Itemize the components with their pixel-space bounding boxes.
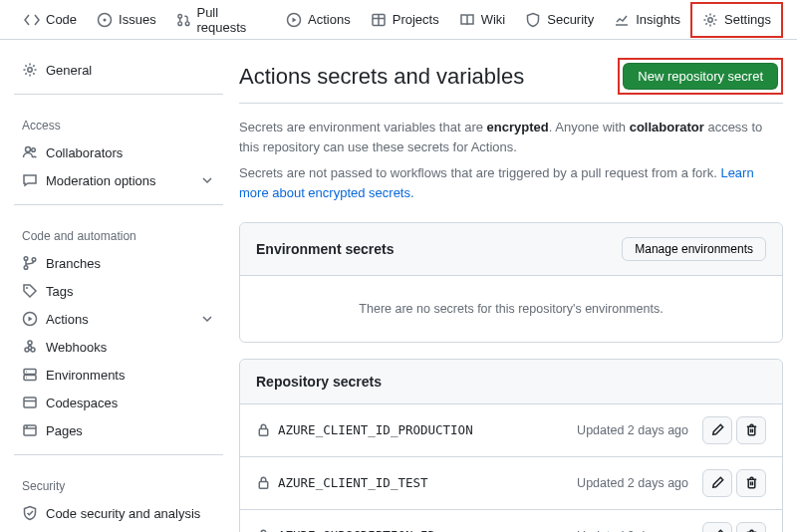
intro-text: Secrets are environment variables that a… bbox=[239, 118, 783, 204]
sidebar-item-branches[interactable]: Branches bbox=[14, 249, 223, 277]
chevron-down-icon bbox=[199, 311, 215, 327]
play-circle-icon bbox=[286, 12, 302, 28]
delete-secret-button[interactable] bbox=[736, 469, 766, 497]
trash-icon bbox=[744, 475, 759, 490]
sidebar-item-codespaces[interactable]: Codespaces bbox=[14, 389, 223, 416]
delete-secret-button[interactable] bbox=[736, 522, 766, 532]
gear-icon bbox=[702, 12, 718, 28]
sidebar-item-webhooks[interactable]: Webhooks bbox=[14, 333, 223, 361]
sidebar-item-general[interactable]: General bbox=[14, 56, 223, 84]
git-pr-icon bbox=[176, 12, 191, 28]
pencil-icon bbox=[710, 475, 725, 490]
secret-updated: Updated 2 days ago bbox=[577, 476, 688, 490]
pencil-icon bbox=[710, 422, 725, 437]
topnav-pull-requests[interactable]: Pull requests bbox=[166, 0, 276, 43]
edit-secret-button[interactable] bbox=[702, 469, 732, 497]
secret-updated: Updated 2 days ago bbox=[577, 423, 688, 437]
lock-icon bbox=[256, 422, 271, 437]
topnav-code[interactable]: Code bbox=[14, 4, 87, 36]
topnav-security[interactable]: Security bbox=[515, 4, 604, 36]
topnav-actions[interactable]: Actions bbox=[276, 4, 361, 36]
topnav-settings[interactable]: Settings bbox=[690, 2, 783, 38]
secret-name: AZURE_SUBSCRIPTION_ID bbox=[278, 528, 577, 532]
sidebar-item-environments[interactable]: Environments bbox=[14, 361, 223, 389]
environment-secrets-empty: There are no secrets for this repository… bbox=[240, 276, 782, 342]
sidebar-item-actions[interactable]: Actions bbox=[14, 305, 223, 333]
graph-icon bbox=[614, 12, 630, 28]
secret-row: AZURE_SUBSCRIPTION_IDUpdated 2 days ago bbox=[240, 510, 782, 532]
topnav-wiki[interactable]: Wiki bbox=[449, 4, 516, 36]
table-icon bbox=[371, 12, 387, 28]
repository-secrets-title: Repository secrets bbox=[256, 374, 382, 390]
sidebar-heading-security: Security bbox=[14, 465, 223, 499]
secret-name: AZURE_CLIENT_ID_TEST bbox=[278, 475, 577, 490]
trash-icon bbox=[744, 422, 759, 437]
delete-secret-button[interactable] bbox=[736, 416, 766, 444]
new-repository-secret-button[interactable]: New repository secret bbox=[623, 63, 778, 90]
settings-sidebar: General Access Collaborators Moderation … bbox=[0, 40, 231, 532]
manage-environments-button[interactable]: Manage environments bbox=[622, 237, 766, 261]
topnav-insights[interactable]: Insights bbox=[604, 4, 690, 36]
sidebar-item-collaborators[interactable]: Collaborators bbox=[14, 138, 223, 166]
sidebar-item-moderation[interactable]: Moderation options bbox=[14, 166, 223, 194]
secret-row: AZURE_CLIENT_ID_PRODUCTIONUpdated 2 days… bbox=[240, 404, 782, 457]
secret-row: AZURE_CLIENT_ID_TESTUpdated 2 days ago bbox=[240, 457, 782, 510]
sidebar-heading-code: Code and automation bbox=[14, 215, 223, 249]
sidebar-item-deploy-keys[interactable]: Deploy keys bbox=[14, 527, 223, 532]
trash-icon bbox=[744, 528, 759, 532]
topnav-projects[interactable]: Projects bbox=[361, 4, 449, 36]
topnav-issues[interactable]: Issues bbox=[87, 4, 166, 36]
page-title: Actions secrets and variables bbox=[239, 64, 524, 90]
highlight-new-secret: New repository secret bbox=[618, 58, 783, 95]
book-icon bbox=[459, 12, 475, 28]
edit-secret-button[interactable] bbox=[702, 522, 732, 532]
sidebar-item-tags[interactable]: Tags bbox=[14, 277, 223, 305]
secret-name: AZURE_CLIENT_ID_PRODUCTION bbox=[278, 422, 577, 437]
shield-icon bbox=[525, 12, 541, 28]
sidebar-heading-access: Access bbox=[14, 105, 223, 138]
chevron-down-icon bbox=[199, 172, 215, 188]
main-content: Actions secrets and variables New reposi… bbox=[231, 40, 797, 532]
environment-secrets-title: Environment secrets bbox=[256, 241, 395, 257]
code-icon bbox=[24, 12, 40, 28]
repo-topnav: CodeIssuesPull requestsActionsProjectsWi… bbox=[0, 0, 797, 40]
repository-secrets-panel: Repository secrets AZURE_CLIENT_ID_PRODU… bbox=[239, 359, 783, 532]
environment-secrets-panel: Environment secrets Manage environments … bbox=[239, 222, 783, 343]
sidebar-item-code-security[interactable]: Code security and analysis bbox=[14, 499, 223, 527]
secret-updated: Updated 2 days ago bbox=[577, 529, 688, 532]
edit-secret-button[interactable] bbox=[702, 416, 732, 444]
lock-icon bbox=[256, 475, 271, 490]
lock-icon bbox=[256, 528, 271, 532]
circle-dot-icon bbox=[97, 12, 113, 28]
sidebar-item-pages[interactable]: Pages bbox=[14, 416, 223, 444]
pencil-icon bbox=[710, 528, 725, 532]
